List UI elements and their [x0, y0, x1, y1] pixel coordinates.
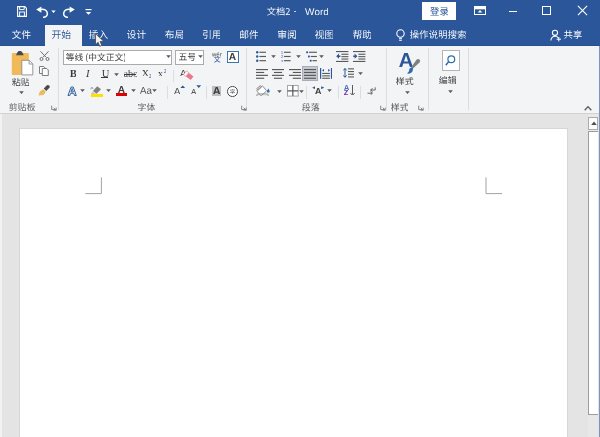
svg-text:3: 3 [281, 59, 284, 63]
